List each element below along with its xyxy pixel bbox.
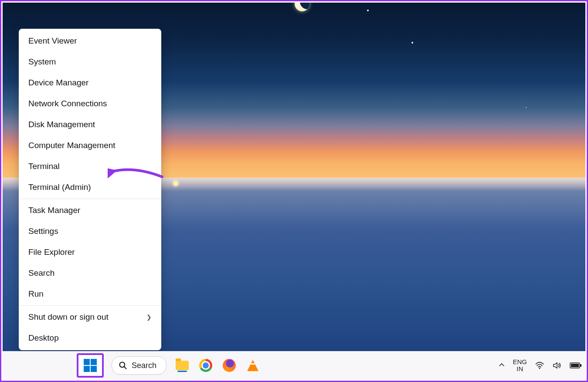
svg-rect-5 [571,364,579,367]
menu-item-shutdown-signout[interactable]: Shut down or sign out ❯ [19,307,161,328]
start-button[interactable] [77,353,104,378]
menu-item-file-explorer[interactable]: File Explorer [19,242,161,263]
language-indicator[interactable]: ENG IN [513,358,527,373]
menu-item-event-viewer[interactable]: Event Viewer [19,30,161,51]
menu-item-device-manager[interactable]: Device Manager [19,72,161,93]
taskbar: Search ENG IN [3,351,585,379]
menu-item-settings[interactable]: Settings [19,221,161,242]
menu-item-computer-management[interactable]: Computer Management [19,135,161,156]
menu-item-terminal[interactable]: Terminal [19,156,161,177]
taskbar-pinned-chrome[interactable] [198,358,214,373]
search-icon [119,361,127,370]
menu-item-terminal-admin[interactable]: Terminal (Admin) [19,177,161,198]
vlc-icon [247,360,258,371]
taskbar-pinned-vlc[interactable] [245,358,261,373]
menu-item-run[interactable]: Run [19,284,161,304]
firefox-icon [223,359,236,372]
winx-context-menu: Event Viewer System Device Manager Netwo… [19,29,161,350]
menu-item-desktop[interactable]: Desktop [19,328,161,348]
chevron-up-icon [499,362,505,368]
chevron-right-icon: ❯ [146,314,152,321]
volume-icon[interactable] [552,361,562,370]
windows-logo-icon [84,359,97,372]
svg-line-1 [124,367,126,369]
taskbar-search-label: Search [132,361,156,370]
taskbar-pinned-firefox[interactable] [221,358,237,373]
wifi-icon[interactable] [535,361,544,370]
menu-item-search[interactable]: Search [19,263,161,284]
tray-overflow-button[interactable] [499,362,505,369]
menu-item-task-manager[interactable]: Task Manager [19,200,161,221]
menu-separator [19,199,161,199]
menu-item-disk-management[interactable]: Disk Management [19,114,161,135]
svg-point-2 [539,368,540,369]
taskbar-search-button[interactable]: Search [112,356,167,375]
battery-icon[interactable] [570,362,582,369]
system-tray: ENG IN [499,352,582,379]
svg-rect-4 [580,364,581,367]
menu-item-network-connections[interactable]: Network Connections [19,93,161,114]
chrome-icon [199,359,212,372]
taskbar-pinned-file-explorer[interactable] [174,358,190,373]
folder-icon [176,361,189,370]
menu-item-system[interactable]: System [19,51,161,72]
menu-separator [19,305,161,306]
